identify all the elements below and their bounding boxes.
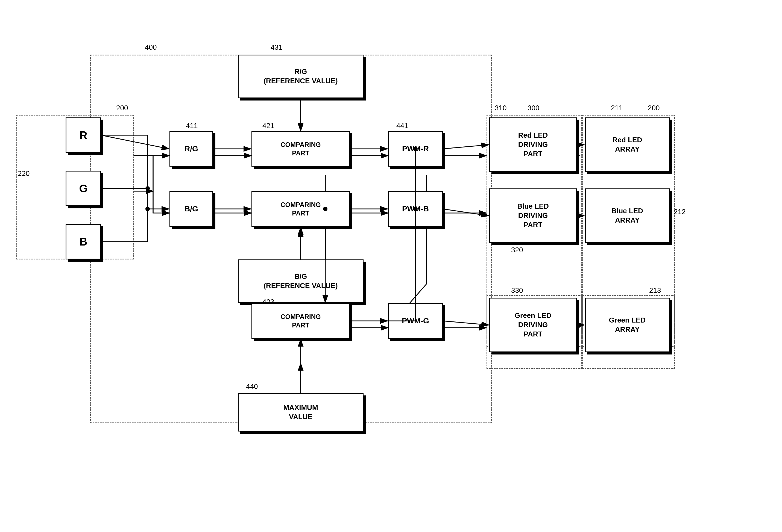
comparing-part-r: COMPARING PART (251, 131, 350, 166)
g-label: G (79, 181, 87, 195)
green-array-label: Green LED ARRAY (609, 316, 646, 334)
label-440: 440 (246, 382, 258, 391)
green-led-array-box: Green LED ARRAY (585, 298, 670, 352)
red-driving-label: Red LED DRIVING PART (518, 131, 548, 158)
b-box: B (66, 224, 101, 260)
rg-label: R/G (184, 144, 198, 154)
max-value-box: MAXIMUM VALUE (238, 393, 363, 431)
g-box: G (66, 171, 101, 206)
label-200-right: 200 (648, 104, 660, 112)
label-212: 212 (674, 207, 685, 216)
pwm-r-box: PWM-R (388, 131, 443, 166)
bg-reference-box: B/G (REFERENCE VALUE) (238, 260, 363, 303)
pwm-r-label: PWM-R (402, 144, 429, 154)
r-box: R (66, 117, 101, 153)
label-400: 400 (145, 43, 156, 51)
label-310: 310 (495, 104, 506, 112)
bg-label: B/G (184, 204, 198, 214)
max-value-label: MAXIMUM VALUE (283, 403, 318, 422)
label-431: 431 (271, 43, 282, 51)
b-label: B (79, 235, 87, 249)
green-led-driving-box: Green LED DRIVING PART (489, 298, 577, 352)
pwm-b-box: PWM-B (388, 191, 443, 227)
bg-ref-label: B/G (REFERENCE VALUE) (263, 272, 337, 291)
green-driving-label: Green LED DRIVING PART (515, 311, 551, 339)
blue-array-label: Blue LED ARRAY (611, 206, 643, 225)
pwm-b-label: PWM-B (402, 204, 429, 214)
label-213: 213 (649, 286, 661, 295)
label-441: 441 (396, 121, 408, 130)
bg-box: B/G (170, 191, 213, 227)
comparing-r-label: COMPARING PART (280, 140, 321, 157)
label-411: 411 (186, 121, 198, 130)
red-led-driving-box: Red LED DRIVING PART (489, 117, 577, 172)
comparing-b-label: COMPARING PART (280, 200, 321, 217)
comparing-g-label: COMPARING PART (280, 312, 321, 329)
pwm-g-label: PWM-G (402, 316, 429, 326)
label-330: 330 (511, 286, 523, 295)
rg-ref-label: R/G (REFERENCE VALUE) (263, 67, 337, 86)
label-211: 211 (611, 104, 623, 112)
pwm-g-box: PWM-G (388, 303, 443, 339)
rg-box: R/G (170, 131, 213, 166)
r-label: R (79, 128, 87, 142)
blue-led-driving-box: Blue LED DRIVING PART (489, 188, 577, 243)
comparing-part-g: COMPARING PART (251, 303, 350, 339)
label-300: 300 (528, 104, 539, 112)
blue-driving-label: Blue LED DRIVING PART (517, 202, 549, 229)
comparing-part-b: COMPARING PART (251, 191, 350, 227)
label-220: 220 (18, 169, 30, 178)
red-led-array-box: Red LED ARRAY (585, 117, 670, 172)
blue-led-array-box: Blue LED ARRAY (585, 188, 670, 243)
label-421: 421 (262, 121, 274, 130)
rg-reference-box: R/G (REFERENCE VALUE) (238, 54, 363, 98)
label-200-left: 200 (116, 104, 128, 112)
outer-dashed-box-400 (90, 54, 492, 423)
diagram: 400 431 R/G (REFERENCE VALUE) 411 R/G 42… (0, 0, 782, 532)
red-array-label: Red LED ARRAY (612, 136, 642, 154)
label-320: 320 (511, 246, 523, 254)
